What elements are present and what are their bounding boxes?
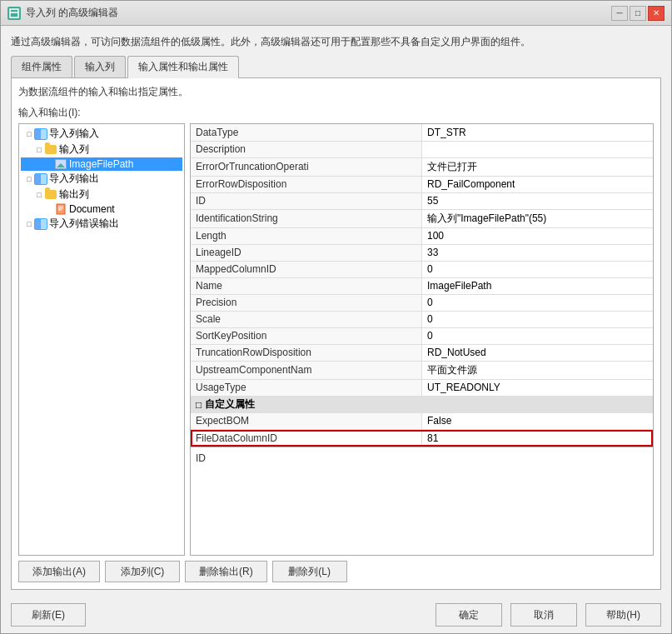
- minimize-button[interactable]: ─: [611, 6, 628, 21]
- prop-row-8[interactable]: MappedColumnID0: [191, 261, 653, 277]
- window-content: 通过高级编辑器，可访问数据流组件的低级属性。此外，高级编辑器还可用于配置那些不具…: [1, 26, 671, 597]
- toggle-5: [44, 204, 54, 214]
- main-panel: □ 导入列输入 □: [18, 123, 654, 556]
- prop-row-3[interactable]: ErrorRowDispositionRD_FailComponent: [191, 176, 653, 192]
- ok-button[interactable]: 确定: [436, 603, 502, 627]
- prop-row-9[interactable]: NameImageFilePath: [191, 277, 653, 294]
- add-col-button[interactable]: 添加列(C): [105, 561, 180, 582]
- prop-row-1[interactable]: Description: [191, 141, 653, 157]
- del-output-button[interactable]: 删除输出(R): [185, 561, 267, 582]
- cancel-button[interactable]: 取消: [510, 603, 577, 627]
- toggle-3[interactable]: □: [24, 174, 34, 184]
- icon-6: [34, 218, 47, 230]
- tree-item-4[interactable]: □ 输出列: [21, 187, 182, 202]
- prop-value-0: DT_STR: [422, 124, 654, 141]
- label-6: 导入列错误输出: [49, 217, 119, 231]
- del-col-button[interactable]: 删除列(L): [272, 561, 347, 582]
- bottom-bar: 刷新(E) 确定 取消 帮助(H): [1, 597, 671, 633]
- prop-value-6: 100: [422, 227, 654, 244]
- toggle-1[interactable]: □: [34, 145, 44, 155]
- custom-prop-name-0: ExpectBOM: [191, 413, 422, 430]
- prop-row-2[interactable]: ErrorOrTruncationOperati文件已打开: [191, 157, 653, 176]
- tab-io-properties[interactable]: 输入属性和输出属性: [127, 56, 239, 78]
- toggle-2: [44, 159, 54, 169]
- toggle-6[interactable]: □: [24, 219, 34, 229]
- prop-name-0: DataType: [191, 124, 422, 141]
- prop-name-11: Scale: [191, 311, 422, 327]
- prop-row-4[interactable]: ID55: [191, 192, 653, 209]
- description-text: 通过高级编辑器，可访问数据流组件的低级属性。此外，高级编辑器还可用于配置那些不具…: [11, 34, 661, 49]
- icon-3: [34, 173, 47, 185]
- svg-rect-0: [10, 9, 18, 17]
- restore-button[interactable]: □: [630, 6, 646, 21]
- prop-name-7: LineageID: [191, 244, 422, 261]
- custom-prop-name-1: FileDataColumnID: [191, 430, 422, 447]
- custom-prop-value-1: 81: [422, 430, 654, 447]
- custom-prop-row-0[interactable]: ExpectBOMFalse: [191, 413, 653, 430]
- prop-value-12: 0: [422, 327, 654, 344]
- prop-row-6[interactable]: Length100: [191, 227, 653, 244]
- prop-value-13: RD_NotUsed: [422, 344, 654, 361]
- label-4: 输出列: [59, 187, 89, 202]
- prop-row-5[interactable]: IdentificationString输入列"ImageFilePath"(5…: [191, 209, 653, 227]
- custom-prop-row-1[interactable]: FileDataColumnID81: [191, 430, 653, 447]
- icon-1: [44, 144, 57, 156]
- label-1: 输入列: [59, 142, 89, 157]
- prop-value-5: 输入列"ImageFilePath"(55): [422, 209, 654, 227]
- tree-item-3[interactable]: □ 导入列输出: [21, 171, 182, 187]
- prop-row-0[interactable]: DataTypeDT_STR: [191, 124, 653, 141]
- prop-value-3: RD_FailComponent: [422, 176, 654, 192]
- prop-name-6: Length: [191, 227, 422, 244]
- icon-2: [54, 158, 67, 170]
- properties-panel[interactable]: DataTypeDT_STRDescriptionErrorOrTruncati…: [190, 123, 654, 556]
- prop-row-14[interactable]: UpstreamComponentNam平面文件源: [191, 361, 653, 379]
- custom-prop-value-0: False: [422, 413, 654, 430]
- prop-name-2: ErrorOrTruncationOperati: [191, 157, 422, 176]
- prop-value-9: ImageFilePath: [422, 277, 654, 294]
- tab-input-columns[interactable]: 输入列: [74, 56, 126, 77]
- tabs-container: 组件属性 输入列 输入属性和输出属性 为数据流组件的输入和输出指定属性。 输入和…: [11, 56, 661, 590]
- tree-item-0[interactable]: □ 导入列输入: [21, 126, 182, 142]
- help-button[interactable]: 帮助(H): [585, 603, 661, 627]
- prop-value-15: UT_READONLY: [422, 379, 654, 396]
- prop-value-7: 33: [422, 244, 654, 261]
- icon-5: [54, 203, 67, 215]
- custom-properties-table: ExpectBOMFalseFileDataColumnID81: [191, 413, 653, 447]
- prop-value-8: 0: [422, 261, 654, 277]
- prop-name-8: MappedColumnID: [191, 261, 422, 277]
- prop-row-10[interactable]: Precision0: [191, 294, 653, 311]
- title-controls: ─ □ ✕: [611, 6, 665, 21]
- svg-rect-2: [57, 204, 65, 214]
- refresh-button[interactable]: 刷新(E): [11, 603, 86, 627]
- tree-item-1[interactable]: □ 输入列: [21, 142, 182, 157]
- prop-row-11[interactable]: Scale0: [191, 311, 653, 327]
- tree-item-5[interactable]: Document: [21, 202, 182, 216]
- title-bar-left: 导入列 的高级编辑器: [7, 6, 118, 20]
- prop-row-7[interactable]: LineageID33: [191, 244, 653, 261]
- tab-component-properties[interactable]: 组件属性: [11, 56, 72, 77]
- close-button[interactable]: ✕: [648, 6, 665, 21]
- tab-description: 为数据流组件的输入和输出指定属性。: [18, 85, 654, 99]
- tree-panel[interactable]: □ 导入列输入 □: [18, 123, 185, 556]
- prop-name-10: Precision: [191, 294, 422, 311]
- prop-row-12[interactable]: SortKeyPosition0: [191, 327, 653, 344]
- title-bar: 导入列 的高级编辑器 ─ □ ✕: [1, 1, 671, 26]
- label-5: Document: [69, 203, 115, 215]
- tree-item-6[interactable]: □ 导入列错误输出: [21, 216, 182, 232]
- prop-row-15[interactable]: UsageTypeUT_READONLY: [191, 379, 653, 396]
- tree-item-2[interactable]: ImageFilePath: [21, 157, 182, 171]
- prop-row-13[interactable]: TruncationRowDispositionRD_NotUsed: [191, 344, 653, 361]
- properties-table: DataTypeDT_STRDescriptionErrorOrTruncati…: [191, 124, 653, 397]
- icon-4: [44, 189, 57, 201]
- label-0: 导入列输入: [49, 127, 99, 141]
- prop-name-13: TruncationRowDisposition: [191, 344, 422, 361]
- custom-section-header[interactable]: □ 自定义属性: [191, 397, 653, 413]
- main-window: 导入列 的高级编辑器 ─ □ ✕ 通过高级编辑器，可访问数据流组件的低级属性。此…: [0, 0, 672, 634]
- icon-0: [34, 128, 47, 140]
- label-3: 导入列输出: [49, 172, 99, 186]
- toggle-0[interactable]: □: [24, 129, 34, 139]
- prop-name-15: UsageType: [191, 379, 422, 396]
- toggle-4[interactable]: □: [34, 190, 44, 200]
- prop-name-14: UpstreamComponentNam: [191, 361, 422, 379]
- add-output-button[interactable]: 添加输出(A): [18, 561, 100, 582]
